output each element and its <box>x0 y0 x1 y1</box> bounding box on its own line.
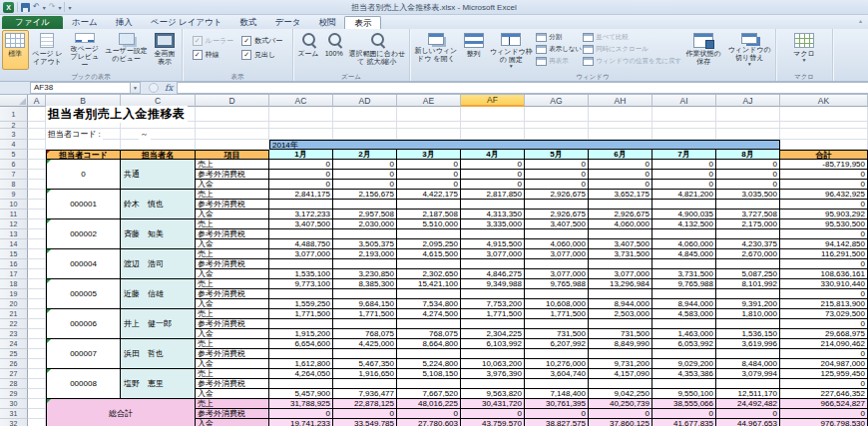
insert-function-icon[interactable] <box>149 83 159 93</box>
value-cell[interactable]: 9,765,988 <box>525 279 589 289</box>
value-cell[interactable]: 0 <box>589 180 652 190</box>
value-cell[interactable] <box>461 289 525 299</box>
value-cell[interactable] <box>333 289 397 299</box>
value-cell[interactable]: 1,535,100 <box>269 269 333 279</box>
value-cell[interactable]: 9,765,988 <box>652 279 716 289</box>
value-cell[interactable]: 4,274,500 <box>397 309 461 319</box>
value-cell[interactable] <box>397 259 461 269</box>
zoom-button[interactable]: ズーム <box>295 30 321 70</box>
cell-empty[interactable] <box>652 107 716 122</box>
column-header-AI[interactable]: AI <box>652 95 716 107</box>
value-cell[interactable]: 7,534,800 <box>397 299 461 309</box>
value-cell[interactable]: 0 <box>716 170 780 180</box>
row-header-29[interactable]: 29 <box>0 389 28 399</box>
value-cell[interactable]: 27,780,603 <box>397 419 461 426</box>
value-cell[interactable]: 966,524,827 <box>780 399 868 409</box>
cell-empty[interactable] <box>461 107 525 122</box>
freeze-panes-button[interactable]: ウィンドウ枠の 固定▼ <box>487 30 535 70</box>
row-header-21[interactable]: 21 <box>0 309 28 319</box>
value-cell[interactable]: 4,060,000 <box>525 239 589 249</box>
value-cell[interactable]: 3,035,500 <box>716 190 780 200</box>
value-cell[interactable] <box>716 289 780 299</box>
value-cell[interactable] <box>397 289 461 299</box>
value-cell[interactable]: 2,841,175 <box>269 190 333 200</box>
item-label-cell[interactable]: 参考外消費税 <box>196 409 269 419</box>
value-cell[interactable]: 0 <box>461 170 525 180</box>
item-label-cell[interactable]: 売上 <box>196 160 269 170</box>
cell-empty[interactable] <box>28 129 46 140</box>
save-workspace-button[interactable]: 作業状態の 保存 <box>682 30 724 70</box>
cell-empty[interactable] <box>333 122 397 129</box>
value-cell[interactable]: 0 <box>589 170 652 180</box>
page-layout-view-button[interactable]: ページ レイアウト <box>30 30 66 70</box>
value-cell[interactable]: 4,264,050 <box>269 369 333 379</box>
tab-view[interactable]: 表示 <box>344 16 381 29</box>
value-cell[interactable] <box>589 319 652 329</box>
value-cell[interactable]: 15,421,100 <box>397 279 461 289</box>
cell-empty[interactable] <box>28 279 46 289</box>
value-cell[interactable] <box>589 289 652 299</box>
cell-empty[interactable] <box>333 129 397 140</box>
sheet-title-cell[interactable]: 担当者別売上入金推移表 <box>46 107 269 122</box>
name-cell[interactable]: 鈴木 慎也 <box>121 190 196 219</box>
value-cell[interactable]: 0 <box>269 180 333 190</box>
value-cell[interactable]: 13,296,984 <box>589 279 652 289</box>
name-box[interactable]: AF38 <box>30 82 131 94</box>
value-cell[interactable]: 0 <box>780 349 868 359</box>
cell-empty[interactable] <box>28 349 46 359</box>
column-header-A[interactable]: A <box>28 95 46 107</box>
value-cell[interactable]: 0 <box>333 180 397 190</box>
value-cell[interactable]: 5,108,150 <box>397 369 461 379</box>
cell-empty[interactable] <box>780 140 868 150</box>
value-cell[interactable] <box>716 349 780 359</box>
value-cell[interactable]: 1,771,500 <box>269 309 333 319</box>
value-cell[interactable]: 38,827,575 <box>525 419 589 426</box>
redo-dropdown-icon[interactable]: ▾ <box>58 4 61 11</box>
name-cell[interactable]: 浜田 哲也 <box>121 339 196 369</box>
code-cell[interactable]: 000006 <box>46 309 121 339</box>
value-cell[interactable]: 7,667,520 <box>397 389 461 399</box>
value-cell[interactable]: 4,132,500 <box>652 219 716 229</box>
normal-view-button[interactable]: 標準 <box>2 30 29 70</box>
value-cell[interactable]: 0 <box>780 379 868 389</box>
cell-empty[interactable] <box>28 269 46 279</box>
row-header-32[interactable]: 32 <box>0 419 28 426</box>
year-band-cell[interactable]: 2014年 <box>269 140 780 150</box>
undo-dropdown-icon[interactable]: ▾ <box>43 4 46 11</box>
row-header-26[interactable]: 26 <box>0 359 28 369</box>
cell-empty[interactable] <box>589 129 652 140</box>
formula-input[interactable] <box>177 82 868 94</box>
value-cell[interactable] <box>333 379 397 389</box>
header-item-cell[interactable]: 項目 <box>196 150 269 160</box>
column-header-AJ[interactable]: AJ <box>716 95 780 107</box>
value-cell[interactable]: 9,029,200 <box>652 359 716 369</box>
value-cell[interactable]: 8,664,800 <box>397 339 461 349</box>
value-cell[interactable]: 1,771,500 <box>525 309 589 319</box>
value-cell[interactable]: 6,207,992 <box>525 339 589 349</box>
value-cell[interactable] <box>589 259 652 269</box>
row-header-2[interactable]: 2 <box>0 122 28 129</box>
cell-empty[interactable] <box>28 140 46 150</box>
value-cell[interactable] <box>397 229 461 239</box>
row-header-11[interactable]: 11 <box>0 210 28 219</box>
value-cell[interactable]: 8,101,992 <box>716 279 780 289</box>
item-label-cell[interactable]: 売上 <box>196 339 269 349</box>
value-cell[interactable] <box>461 259 525 269</box>
value-cell[interactable] <box>397 200 461 210</box>
value-cell[interactable] <box>269 319 333 329</box>
value-cell[interactable]: 0 <box>780 409 868 419</box>
item-label-cell[interactable]: 参考外消費税 <box>196 349 269 359</box>
item-label-cell[interactable]: 入金 <box>196 180 269 190</box>
cell-empty[interactable] <box>716 129 780 140</box>
value-cell[interactable]: 125,959,450 <box>780 369 868 379</box>
row-header-24[interactable]: 24 <box>0 339 28 349</box>
value-cell[interactable]: 768,075 <box>397 329 461 339</box>
cell-empty[interactable] <box>28 107 46 122</box>
cell-empty[interactable] <box>28 210 46 219</box>
page-break-preview-button[interactable]: 改ページ プレビュー <box>66 30 103 70</box>
value-cell[interactable] <box>525 259 589 269</box>
name-box-dropdown-icon[interactable]: ▼ <box>131 82 141 94</box>
item-label-cell[interactable]: 入金 <box>196 299 269 309</box>
zoom-selection-button[interactable]: 選択範囲に合わせて 拡大/縮小 <box>347 30 407 70</box>
value-cell[interactable]: 330,910,440 <box>780 279 868 289</box>
